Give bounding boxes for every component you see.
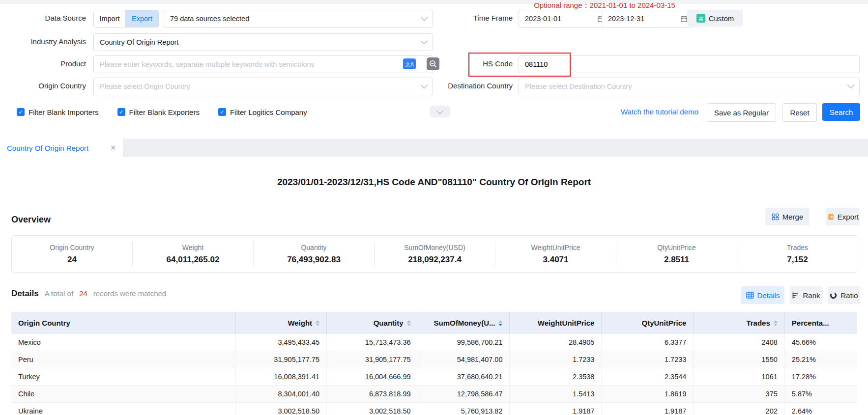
filters-row: ✓Filter Blank Importers✓Filter Blank Exp… [17,106,307,118]
ratio-icon [830,292,837,299]
stat-value: 76,493,902.83 [254,255,374,265]
sort-desc-icon [316,324,319,326]
stat-label: Trades [737,244,858,251]
custom-label: Custom [709,14,734,23]
cell-origin_country: Turkey [11,368,235,385]
merge-button[interactable]: Merge [765,208,810,225]
cell-weight: 8,304,001.40 [235,386,326,402]
optional-range-note: Optional range：2021-01-01 to 2024-03-15 [511,1,698,10]
table-body: Mexico3,495,433.4515,713,473.3699,586,70… [11,334,857,415]
chevron-down-icon [421,37,428,44]
table-icon [746,292,754,299]
tutorial-link[interactable]: Watch the tutorial demo [621,108,698,116]
reset-button[interactable]: Reset [782,103,817,122]
tab-bar [0,138,868,157]
view-ratio-button[interactable]: Ratio [828,286,860,304]
column-header-trades[interactable]: Trades [693,312,784,334]
overview-stat: Quantity76,493,902.83 [253,242,374,267]
industry-analysis-select[interactable]: Country Of Origin Report [93,33,433,51]
time-frame-label: Time Frame [433,10,513,27]
search-button[interactable]: Search [822,103,860,121]
cell-quantity: 16,004,666.99 [326,368,417,385]
sort-carets-icon[interactable] [498,320,502,326]
view-rank-button[interactable]: Rank [790,286,822,304]
end-date-input[interactable]: 2023-12-31 [602,10,694,28]
checkbox-checked-icon[interactable]: ✓ [218,108,226,116]
sort-carets-icon[interactable] [774,320,778,326]
column-header-weight[interactable]: Weight [235,312,326,334]
sort-asc-icon [316,320,319,323]
cell-percentage: 17.28% [784,368,857,385]
overview-stat: QtyUnitPrice2.8511 [616,242,737,267]
column-header-quantity[interactable]: Quantity [326,312,417,334]
tab-country-of-origin-report[interactable]: Country Of Origin Report ✕ [0,138,123,157]
cell-quantity: 3,002,518.50 [326,403,417,415]
cell-qty_unit_price: 1.8619 [601,386,693,402]
close-icon[interactable]: ✕ [110,144,116,152]
column-header-label: Weight [288,319,312,327]
cell-weight_unit_price: 1.5413 [509,386,601,402]
filter-checkbox-label: Filter Blank Importers [29,108,99,116]
overview-heading: Overview [11,215,51,225]
origin-country-select[interactable]: Please select Origin Country [93,78,433,95]
stat-label: Quantity [254,244,374,251]
custom-timeframe-button[interactable]: ⌘ Custom [687,10,743,27]
cell-sum_of_money: 99,586,700.21 [418,334,510,351]
cell-origin_country: Mexico [11,334,235,351]
import-toggle-button[interactable]: Import [94,10,126,27]
hs-code-input[interactable] [519,55,860,73]
column-header-sum_of_money[interactable]: SumOfMoney(U... [418,312,510,334]
filter-checkbox-2[interactable]: ✓Filter Logitics Company [218,108,307,116]
cell-origin_country: Peru [11,351,235,368]
column-header-label: QtyUnitPrice [642,319,687,327]
table-row: Ukraine3,002,518.503,002,518.505,760,913… [11,403,857,415]
table-row: Peru31,905,177.7531,905,177.7554,981,407… [11,351,857,368]
cell-percentage: 25.21% [784,351,857,368]
export-label: Export [838,213,859,221]
table-row: Chile8,304,001.406,873,818.9912,798,586.… [11,386,857,403]
column-header-weight_unit_price: WeightUnitPrice [509,312,601,334]
report-title: 2023/01/01-2023/12/31,HS Code AND"081110… [0,177,868,188]
stat-value: 3.4071 [495,255,616,265]
stat-label: Weight [133,244,253,251]
column-header-qty_unit_price: QtyUnitPrice [601,312,693,334]
overview-stat: Weight64,011,265.02 [132,242,253,267]
checkbox-checked-icon[interactable]: ✓ [117,108,125,116]
table-row: Turkey16,008,391.4116,004,666.9937,680,6… [11,368,857,386]
cell-trades: 375 [693,386,784,402]
export-button[interactable]: Export [826,208,860,225]
export-toggle-button[interactable]: Export [126,10,158,27]
filter-checkbox-0[interactable]: ✓Filter Blank Importers [17,108,99,116]
details-total-count: 24 [79,289,87,298]
sort-carets-icon[interactable] [316,320,319,326]
overview-stat: WeightUnitPrice3.4071 [495,242,616,267]
save-as-regular-button[interactable]: Save as Regular [707,103,776,122]
sort-carets-icon[interactable] [407,320,411,326]
product-keywords-input[interactable] [93,55,433,73]
collapse-filters-button[interactable] [430,106,450,117]
view-button-label: Ratio [840,291,858,300]
calendar-icon[interactable] [680,15,688,23]
start-date-input[interactable]: 2023-01-01 [519,10,611,28]
checkbox-checked-icon[interactable]: ✓ [17,108,25,116]
cell-quantity: 31,905,177.75 [326,351,417,368]
column-header-percentage: Percenta... [784,312,857,334]
stat-label: Origin Country [12,244,132,251]
cell-weight_unit_price: 28.4905 [509,334,601,351]
data-sources-select[interactable]: 79 data sources selected [164,10,433,28]
cell-qty_unit_price: 6.3377 [601,334,693,351]
cell-weight_unit_price: 1.7233 [509,351,601,368]
view-details-button[interactable]: Details [741,286,784,304]
origin-country-placeholder: Please select Origin Country [100,83,190,90]
column-header-label: Quantity [374,319,404,327]
destination-country-select[interactable]: Please select Destination Country [519,78,860,95]
cell-sum_of_money: 54,981,407.00 [418,351,510,368]
cell-qty_unit_price: 2.3544 [601,368,693,385]
details-heading: Details [11,289,39,299]
translate-icon[interactable]: 文A [403,58,416,69]
end-date-value: 2023-12-31 [608,15,644,23]
custom-icon: ⌘ [696,14,705,23]
filter-checkbox-1[interactable]: ✓Filter Blank Exporters [117,108,200,116]
cell-trades: 1061 [693,368,784,385]
stat-value: 2.8511 [616,255,737,265]
